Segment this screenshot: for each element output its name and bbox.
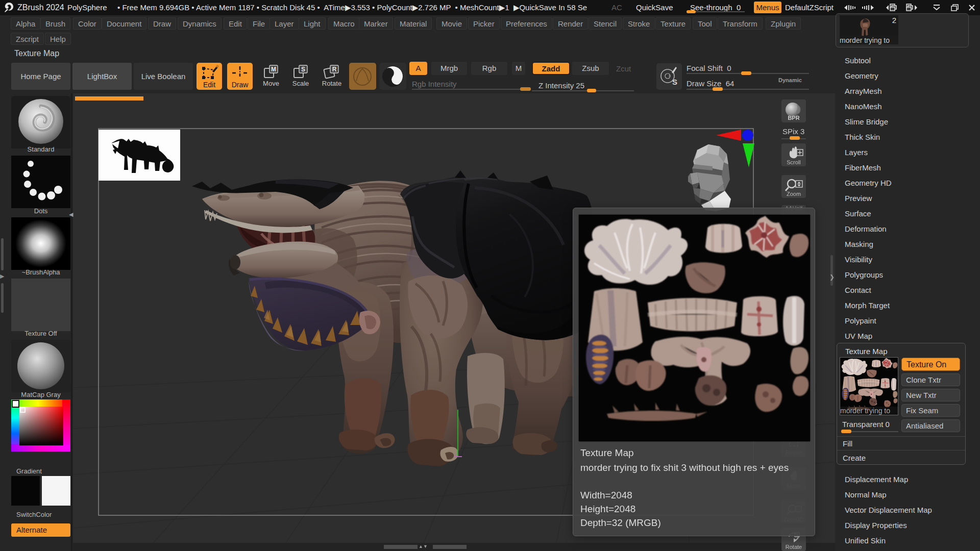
- svg-text:Scroll: Scroll: [787, 159, 801, 165]
- svg-text:BPR: BPR: [788, 115, 799, 121]
- svg-text:Zoom: Zoom: [787, 191, 801, 197]
- svg-text:Rotate: Rotate: [786, 544, 802, 550]
